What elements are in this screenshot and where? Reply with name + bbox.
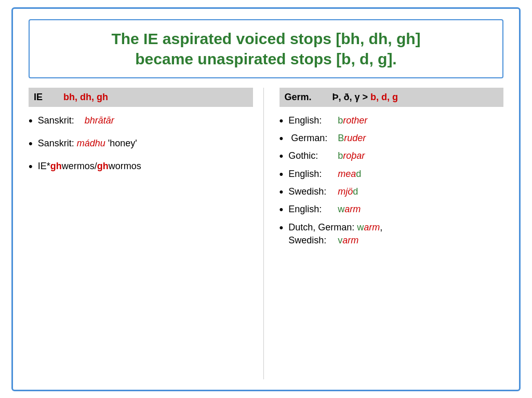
title-text: The IE aspirated voiced stops [bh, dh, g… (40, 29, 492, 69)
bh-label: bh, dh, gh (63, 92, 108, 103)
word-text: warm (338, 204, 361, 214)
lang-label: English: (288, 114, 335, 127)
list-item: • IE*ghwermos/ghwormos (29, 160, 253, 173)
bullet-dot: • (280, 185, 284, 199)
word-warm: warm (357, 222, 380, 232)
content-area: IE bh, dh, gh • Sanskrit: bhrātār • Sans… (29, 88, 503, 379)
word-text: mjöd (338, 186, 358, 197)
bullet-content: Sanskrit: bhrātār (38, 114, 114, 127)
word-text: broþar (338, 150, 365, 161)
bullet-content: Dutch, German: warm, Swedish: varm (288, 221, 382, 247)
bullet-dot: • (280, 168, 284, 181)
thorn-label: Þ, ð, γ > b, d, g (332, 92, 398, 103)
title-line2: became unaspirated stops [b, d, g]. (135, 50, 396, 67)
right-column: Germ. Þ, ð, γ > b, d, g • English: broth… (264, 88, 504, 379)
gh1-text: gh (50, 161, 62, 171)
left-column: IE bh, dh, gh • Sanskrit: bhrātār • Sans… (29, 88, 264, 379)
ratar-text: rātār (95, 115, 114, 126)
word-text: mead (338, 169, 361, 179)
slide: The IE aspirated voiced stops [bh, dh, g… (11, 7, 521, 391)
bullet-content: Swedish: mjöd (288, 185, 358, 198)
bullet-content: IE*ghwermos/ghwormos (38, 160, 141, 173)
lang-label: Gothic: (288, 149, 335, 162)
thorn-red: b, d, g (370, 92, 398, 102)
bullet-dot: • (280, 203, 284, 216)
bh-text: bh (85, 115, 95, 126)
right-header: Germ. Þ, ð, γ > b, d, g (280, 88, 504, 107)
lang-label: English: (288, 168, 335, 181)
bullet-dot: • (280, 114, 284, 128)
madhu-text: mádhu (77, 138, 105, 148)
bullet-dot: • (29, 160, 33, 173)
lang-label: Swedish: (288, 185, 335, 198)
word-text: brother (338, 115, 367, 126)
bullet-content: English: warm (288, 203, 361, 216)
bullet-content: English: mead (288, 168, 361, 181)
bullet-content: English: brother (288, 114, 367, 127)
bullet-dot: • (29, 137, 33, 150)
list-item: • English: warm (280, 203, 504, 216)
list-item: • Sanskrit: bhrātār (29, 114, 253, 128)
ie-label: IE (34, 92, 43, 103)
list-item: • Dutch, German: warm, Swedish: varm (280, 221, 504, 247)
word-varm: varm (332, 235, 358, 245)
left-bullet-list: • Sanskrit: bhrātār • Sanskrit: mádhu 'h… (29, 114, 253, 174)
swedish-label: Swedish: (288, 234, 330, 247)
list-item: • Gothic: broþar (280, 149, 504, 163)
bullet-content: German: Bruder (288, 132, 366, 145)
bullet-content: Sanskrit: mádhu 'honey' (38, 137, 137, 150)
thorn-black: Þ, ð, γ > (332, 92, 371, 102)
word-text: Bruder (338, 133, 366, 143)
title-line1: The IE aspirated voiced stops [bh, dh, g… (111, 30, 420, 47)
bullet-content: Gothic: broþar (288, 149, 365, 162)
list-item: • English: mead (280, 168, 504, 181)
lang-label: English: (288, 203, 335, 216)
germ-label: Germ. (285, 92, 312, 103)
bullet-dot: • (29, 114, 33, 128)
bullet-dot: • (280, 132, 284, 145)
list-item: • Swedish: mjöd (280, 185, 504, 199)
list-item: • Sanskrit: mádhu 'honey' (29, 137, 253, 150)
bullet-dot: • (280, 221, 284, 235)
right-bullet-list: • English: brother • German: Bruder (280, 114, 504, 248)
list-item: • English: brother (280, 114, 504, 128)
list-item: • German: Bruder (280, 132, 504, 145)
lang-label: German: (288, 132, 335, 145)
bullet-dot: • (280, 149, 284, 163)
title-box: The IE aspirated voiced stops [bh, dh, g… (29, 19, 503, 78)
gh2-text: gh (97, 161, 109, 171)
left-header: IE bh, dh, gh (29, 88, 253, 107)
